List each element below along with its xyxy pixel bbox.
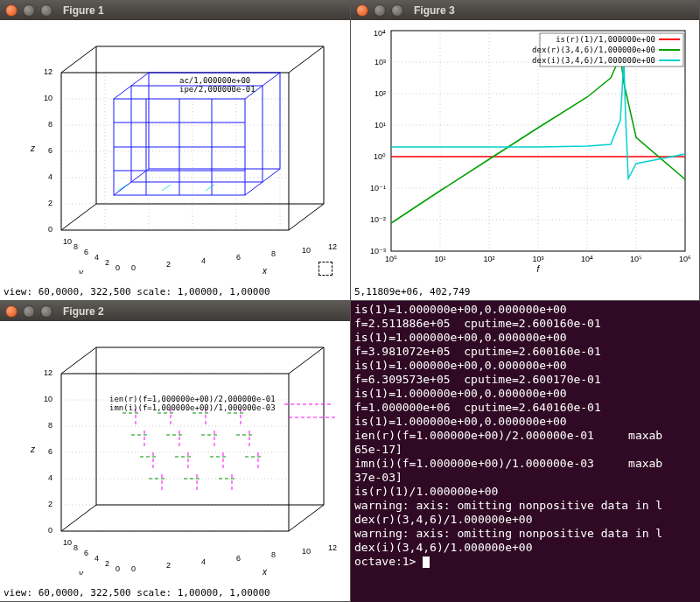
svg-text:12: 12	[44, 368, 52, 377]
close-icon[interactable]	[5, 305, 18, 318]
svg-text:4: 4	[201, 256, 206, 265]
svg-text:10⁻³: 10⁻³	[370, 247, 386, 256]
terminal-prompt: octave:1>	[354, 555, 423, 568]
svg-text:10²: 10²	[374, 89, 386, 98]
term-line: warning: axis: omitting nonpositive data…	[354, 499, 662, 512]
term-line: is(1)=1.000000e+00,0.000000e+00	[354, 359, 567, 372]
svg-text:12: 12	[44, 67, 52, 76]
svg-rect-20	[131, 86, 262, 182]
figure-1-title: Figure 1	[63, 4, 104, 17]
svg-text:2: 2	[166, 561, 171, 570]
svg-marker-13	[61, 46, 324, 73]
figure-2-title: Figure 2	[63, 305, 104, 318]
svg-text:0: 0	[48, 526, 52, 535]
minimize-icon[interactable]	[23, 305, 35, 318]
figure-2-plot[interactable]: 0 2 4 6 8 10 12 z 10 8 6 4 2 0 y 0 2 4 6…	[0, 321, 350, 587]
figure-1-plot[interactable]: 0 2 4 6 8 10 12 z 10 8 6 4 2 0 y 0 2 4	[0, 20, 350, 286]
svg-text:0: 0	[131, 564, 136, 573]
svg-text:is(r)(1)/1,000000e+00: is(r)(1)/1,000000e+00	[556, 35, 655, 44]
maximize-icon[interactable]	[391, 4, 403, 17]
svg-text:imn(i)(f=1,000000e+00)/1,00000: imn(i)(f=1,000000e+00)/1,000000e-03	[109, 403, 276, 412]
svg-marker-103	[61, 505, 324, 531]
figure-2-titlebar[interactable]: Figure 2	[0, 301, 350, 321]
svg-text:8: 8	[74, 242, 78, 251]
term-line: f=1.000000e+06 cputime=2.640160e-01	[354, 401, 601, 414]
term-line: ien(r)(f=1.000000e+00)/2.000000e-01 maxa…	[354, 429, 662, 442]
svg-text:10¹: 10¹	[374, 121, 386, 130]
svg-text:10: 10	[44, 395, 52, 403]
svg-text:10³: 10³	[532, 255, 543, 263]
svg-text:8: 8	[48, 120, 52, 129]
svg-text:10²: 10²	[483, 255, 494, 263]
svg-text:10³: 10³	[374, 58, 386, 66]
figure-2-status: view: 60,0000, 322,500 scale: 1,00000, 1…	[0, 587, 350, 601]
svg-line-32	[118, 185, 127, 191]
maximize-icon[interactable]	[40, 305, 52, 318]
close-icon[interactable]	[5, 4, 18, 17]
svg-text:8: 8	[48, 421, 52, 430]
minimize-icon[interactable]	[23, 4, 35, 17]
svg-text:6: 6	[48, 447, 52, 456]
term-line: warning: axis: omitting nonpositive data…	[354, 527, 662, 540]
close-icon[interactable]	[356, 4, 368, 17]
svg-text:dex(r)(3,4,6)/1,000000e+00: dex(r)(3,4,6)/1,000000e+00	[532, 46, 655, 54]
term-line: is(1)=1.000000e+00,0.000000e+00	[354, 331, 567, 344]
minimize-icon[interactable]	[374, 4, 386, 17]
svg-text:ipe/2,000000e-01: ipe/2,000000e-01	[179, 85, 256, 94]
cursor-icon	[423, 556, 430, 568]
svg-text:10: 10	[302, 246, 311, 255]
figure-1-status: view: 60,0000, 322,500 scale: 1,00000, 1…	[0, 286, 350, 300]
svg-text:8: 8	[74, 543, 78, 552]
svg-text:2: 2	[105, 258, 109, 267]
svg-text:6: 6	[84, 549, 88, 557]
terminal-output[interactable]: is(1)=1.000000e+00,0.000000e+00 f=2.5118…	[351, 301, 700, 602]
term-line: 65e-17]	[354, 443, 402, 456]
figure-3-plot[interactable]: is(r)(1)/1,000000e+00 dex(r)(3,4,6)/1,00…	[351, 20, 699, 286]
figure-3-titlebar[interactable]: Figure 3	[351, 0, 699, 20]
svg-text:10¹: 10¹	[434, 255, 445, 263]
rubber-band-selection	[318, 262, 332, 276]
svg-text:4: 4	[94, 253, 99, 262]
maximize-icon[interactable]	[40, 4, 52, 17]
figure-3-status: 5,11809e+06, 402,749	[351, 286, 699, 300]
svg-text:x: x	[262, 266, 268, 274]
svg-text:2: 2	[48, 500, 52, 508]
term-line: is(1)=1.000000e+00,0.000000e+00	[354, 387, 567, 400]
figure-2-window: Figure 2	[0, 301, 351, 602]
svg-text:4: 4	[201, 557, 206, 566]
svg-text:10⁰: 10⁰	[374, 152, 386, 161]
term-line: is(1)=1.000000e+00,0.000000e+00	[354, 415, 567, 428]
term-line: f=3.981072e+05 cputime=2.600160e-01	[354, 345, 601, 358]
svg-text:dex(i)(3,4,6)/1,000000e+00: dex(i)(3,4,6)/1,000000e+00	[532, 56, 655, 65]
svg-text:2: 2	[48, 199, 52, 207]
svg-text:ien(r)(f=1,000000e+00)/2,00000: ien(r)(f=1,000000e+00)/2,000000e-01	[109, 395, 276, 403]
svg-text:y: y	[78, 569, 84, 575]
figure-3-title: Figure 3	[414, 4, 455, 17]
svg-text:8: 8	[271, 550, 276, 559]
svg-text:8: 8	[271, 249, 276, 258]
terminal-pane[interactable]: is(1)=1.000000e+00,0.000000e+00 f=2.5118…	[351, 301, 700, 602]
figure-3-window: Figure 3 is(r)(1	[351, 0, 700, 301]
svg-text:2: 2	[166, 260, 171, 269]
svg-text:f: f	[537, 264, 541, 274]
svg-marker-102	[61, 347, 324, 374]
svg-text:6: 6	[48, 146, 52, 155]
term-line: 37e-03]	[354, 471, 402, 484]
svg-text:10⁰: 10⁰	[385, 255, 397, 263]
svg-text:x: x	[262, 567, 268, 575]
svg-text:10: 10	[63, 538, 72, 547]
term-line: dex(r)(3,4,6)/1.000000e+00	[354, 513, 533, 526]
figure-1-titlebar[interactable]: Figure 1	[0, 0, 350, 20]
svg-text:ac/1,000000e+00: ac/1,000000e+00	[179, 76, 250, 85]
svg-text:0: 0	[131, 263, 136, 272]
svg-text:4: 4	[48, 473, 52, 482]
term-line: dex(i)(3,4,6)/1.000000e+00	[354, 541, 533, 554]
svg-text:0: 0	[48, 225, 52, 234]
svg-text:z: z	[30, 144, 36, 153]
svg-text:6: 6	[236, 554, 241, 563]
term-line: is(r)(1)/1.000000e+00	[354, 485, 498, 498]
svg-text:4: 4	[94, 554, 99, 563]
svg-text:10⁴: 10⁴	[374, 29, 386, 38]
svg-line-33	[162, 185, 171, 191]
svg-text:z: z	[30, 444, 36, 454]
